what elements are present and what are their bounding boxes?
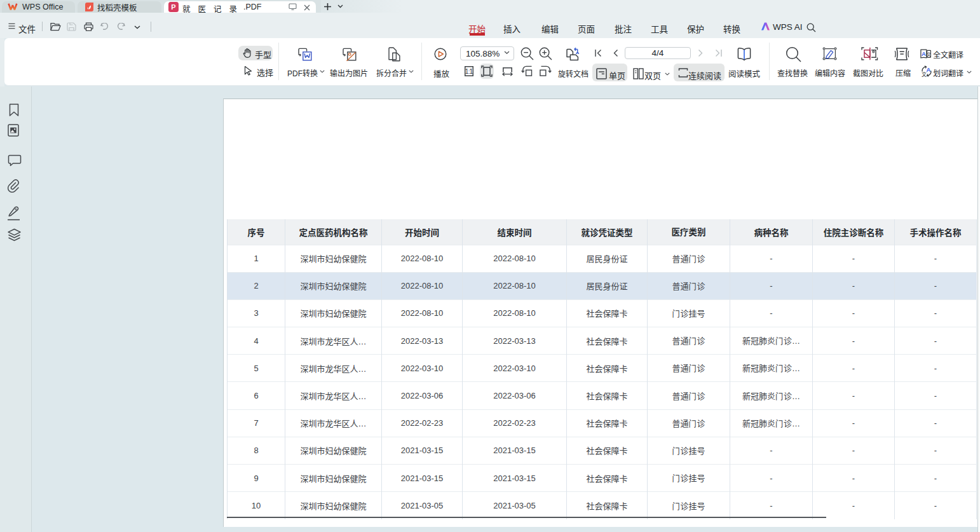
svg-text:文: 文 xyxy=(927,51,931,57)
svg-text:A: A xyxy=(927,66,931,73)
svg-text:A: A xyxy=(922,50,926,57)
svg-text:1: 1 xyxy=(470,68,473,75)
svg-text:P: P xyxy=(171,3,175,11)
